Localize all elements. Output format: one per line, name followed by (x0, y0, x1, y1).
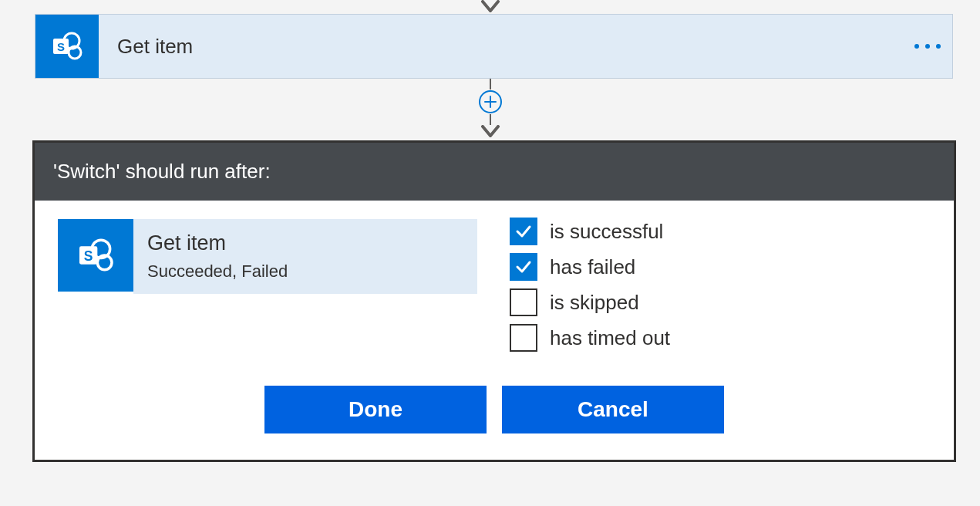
checkbox-label: has failed (550, 255, 635, 279)
run-after-panel: 'Switch' should run after: S Get item Su… (32, 140, 956, 462)
checkbox-row-successful[interactable]: is successful (510, 218, 670, 245)
ellipsis-button[interactable] (903, 15, 952, 78)
run-after-options: is successful has failed is skipped has … (510, 218, 670, 352)
check-icon (514, 258, 533, 276)
cancel-button[interactable]: Cancel (502, 386, 724, 433)
ellipsis-icon (914, 44, 941, 49)
action-card-get-item[interactable]: S Get item (35, 14, 953, 79)
checkbox-failed[interactable] (510, 253, 537, 281)
connector-mid (479, 79, 502, 139)
svg-text:S: S (57, 40, 65, 53)
checkbox-successful[interactable] (510, 218, 537, 245)
checkbox-timedout[interactable] (510, 324, 537, 352)
dependency-status: Succeeded, Failed (147, 261, 463, 282)
checkbox-label: has timed out (550, 326, 670, 350)
svg-text:S: S (84, 248, 93, 264)
dependency-card[interactable]: S Get item Succeeded, Failed (58, 219, 477, 294)
checkbox-row-failed[interactable]: has failed (510, 253, 670, 281)
sharepoint-icon: S (58, 219, 133, 292)
checkbox-row-skipped[interactable]: is skipped (510, 288, 670, 316)
button-row: Done Cancel (35, 386, 954, 433)
add-step-button[interactable] (479, 90, 502, 113)
arrow-down-icon (480, 0, 501, 14)
done-button[interactable]: Done (264, 386, 487, 433)
sharepoint-icon: S (35, 15, 99, 78)
panel-header: 'Switch' should run after: (35, 143, 954, 201)
dependency-title: Get item (147, 231, 463, 255)
action-title: Get item (99, 15, 903, 78)
arrow-down-icon (480, 125, 501, 139)
checkbox-label: is skipped (550, 291, 639, 315)
checkbox-row-timedout[interactable]: has timed out (510, 324, 670, 352)
checkbox-label: is successful (550, 220, 663, 244)
check-icon (514, 222, 533, 241)
checkbox-skipped[interactable] (510, 288, 537, 316)
plus-icon (484, 96, 497, 108)
connector-top (480, 0, 501, 14)
